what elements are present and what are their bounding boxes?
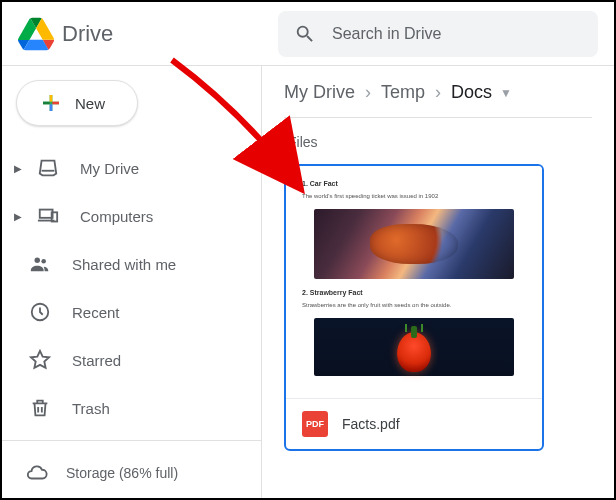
starred-icon	[29, 349, 51, 371]
sidebar-item-label: Trash	[72, 400, 110, 417]
app-header: Drive Search in Drive	[2, 2, 614, 66]
new-button[interactable]: New	[16, 80, 138, 126]
drive-icon	[37, 157, 59, 179]
breadcrumb: My Drive › Temp › Docs ▼	[284, 82, 592, 118]
nav-list: ▶ My Drive ▶ Computers Shared with me Re…	[2, 144, 261, 432]
dropdown-icon[interactable]: ▼	[500, 86, 512, 100]
sidebar-item-shared[interactable]: Shared with me	[2, 240, 261, 288]
file-footer: PDF Facts.pdf	[286, 398, 542, 449]
sidebar-item-trash[interactable]: Trash	[2, 384, 261, 432]
preview-image2	[314, 318, 514, 376]
file-name: Facts.pdf	[342, 416, 400, 432]
sidebar-item-storage[interactable]: Storage (86% full)	[2, 449, 261, 497]
chevron-right-icon: ›	[435, 82, 441, 103]
pdf-icon: PDF	[302, 411, 328, 437]
preview-text2: Strawberries are the only fruit with see…	[302, 302, 526, 308]
file-card[interactable]: 1. Car Fact The world's first speeding t…	[284, 164, 544, 451]
svg-point-2	[35, 258, 41, 264]
sidebar-item-starred[interactable]: Starred	[2, 336, 261, 384]
trash-icon	[29, 397, 51, 419]
preview-image1	[314, 209, 514, 279]
chevron-right-icon: ›	[365, 82, 371, 103]
chevron-right-icon: ▶	[14, 211, 26, 222]
sidebar-item-label: Starred	[72, 352, 121, 369]
logo-area[interactable]: Drive	[18, 16, 113, 52]
preview-heading1: 1. Car Fact	[302, 180, 526, 187]
drive-logo-icon	[18, 16, 54, 52]
sidebar-item-label: Computers	[80, 208, 153, 225]
breadcrumb-my-drive[interactable]: My Drive	[284, 82, 355, 103]
main-panel: My Drive › Temp › Docs ▼ Files 1. Car Fa…	[262, 66, 614, 498]
svg-point-3	[41, 259, 46, 264]
search-icon	[294, 23, 316, 45]
sidebar-item-recent[interactable]: Recent	[2, 288, 261, 336]
sidebar: New ▶ My Drive ▶ Computers Shared with m…	[2, 66, 262, 498]
shared-icon	[29, 253, 51, 275]
cloud-icon	[26, 462, 48, 484]
preview-heading2: 2. Strawberry Fact	[302, 289, 526, 296]
sidebar-item-computers[interactable]: ▶ Computers	[2, 192, 261, 240]
app-title: Drive	[62, 21, 113, 47]
new-button-label: New	[75, 95, 105, 112]
recent-icon	[29, 301, 51, 323]
breadcrumb-docs[interactable]: Docs	[451, 82, 492, 103]
search-box[interactable]: Search in Drive	[278, 11, 598, 57]
chevron-right-icon: ▶	[14, 163, 26, 174]
plus-icon	[39, 91, 63, 115]
preview-text1: The world's first speeding ticket was is…	[302, 193, 526, 199]
computers-icon	[37, 205, 59, 227]
sidebar-item-label: My Drive	[80, 160, 139, 177]
sidebar-item-my-drive[interactable]: ▶ My Drive	[2, 144, 261, 192]
file-preview: 1. Car Fact The world's first speeding t…	[286, 166, 542, 398]
sidebar-item-label: Recent	[72, 304, 120, 321]
sidebar-item-label: Shared with me	[72, 256, 176, 273]
breadcrumb-temp[interactable]: Temp	[381, 82, 425, 103]
storage-label: Storage (86% full)	[66, 465, 178, 481]
section-label: Files	[288, 134, 592, 150]
svg-rect-0	[40, 210, 53, 218]
divider	[2, 440, 261, 441]
search-placeholder: Search in Drive	[332, 25, 441, 43]
